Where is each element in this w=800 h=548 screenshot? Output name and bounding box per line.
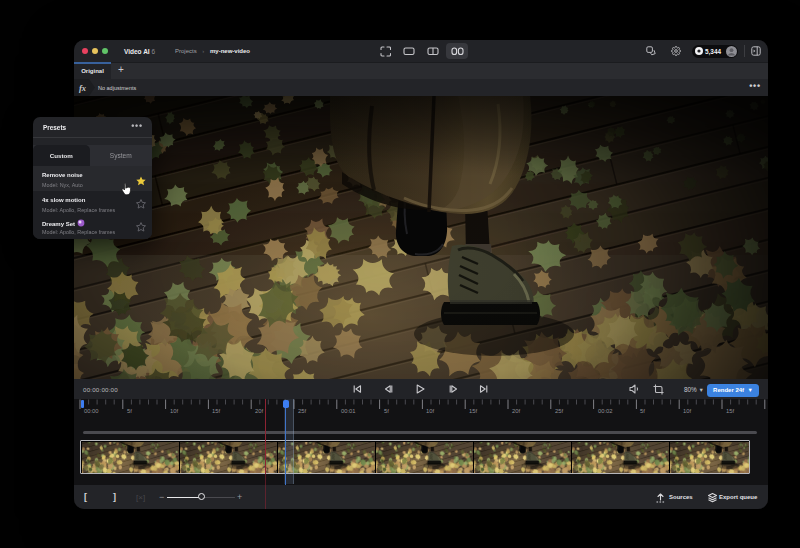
svg-text:fx: fx xyxy=(79,83,87,93)
